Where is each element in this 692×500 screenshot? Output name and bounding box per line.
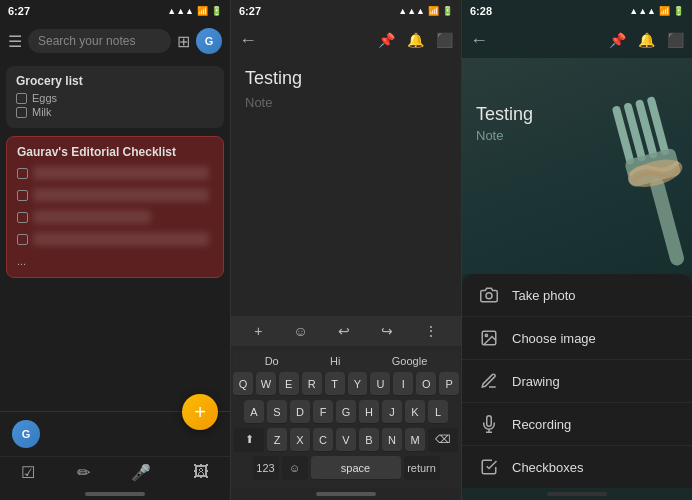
key-d[interactable]: D [290,400,310,424]
option-drawing[interactable]: Drawing [462,360,692,403]
fork-illustration [577,67,692,274]
key-m[interactable]: M [405,428,425,452]
key-e[interactable]: E [279,372,299,396]
key-s[interactable]: S [267,400,287,424]
key-r[interactable]: R [302,372,322,396]
suggestion-do[interactable]: Do [259,353,285,369]
option-checkboxes[interactable]: Checkboxes [462,446,692,488]
option-take-photo[interactable]: Take photo [462,274,692,317]
signal-icon-3: ▲▲▲ [629,6,656,16]
note-item-2 [17,185,213,205]
kb-undo-icon[interactable]: ↩ [338,323,350,339]
note-card-editorial[interactable]: Gaurav's Editorial Checklist ... [6,136,224,278]
backspace-key[interactable]: ⌫ [428,428,458,452]
key-n[interactable]: N [382,428,402,452]
take-photo-label: Take photo [512,288,576,303]
image-icon[interactable]: 🖼 [193,463,209,482]
key-l[interactable]: L [428,400,448,424]
suggestion-hi[interactable]: Hi [324,353,346,369]
key-f[interactable]: F [313,400,333,424]
key-i[interactable]: I [393,372,413,396]
note-item-4 [17,229,213,249]
key-k[interactable]: K [405,400,425,424]
key-123[interactable]: 123 [253,456,279,480]
grid-icon[interactable]: ⊞ [177,32,190,51]
note-item-1 [17,163,213,183]
note-editor-placeholder: Note [245,95,447,110]
kb-more-icon[interactable]: ⋮ [424,323,438,339]
key-j[interactable]: J [382,400,402,424]
battery-icon-3: 🔋 [673,6,684,16]
key-q[interactable]: Q [233,372,253,396]
notes-list-panel: 6:27 ▲▲▲ 📶 🔋 ☰ Search your notes ⊞ G Gro… [0,0,231,500]
key-o[interactable]: O [416,372,436,396]
back-button[interactable]: ← [239,30,257,51]
kb-emoji-icon[interactable]: ☺ [293,323,307,339]
menu-icon[interactable]: ☰ [8,32,22,51]
search-input-wrap[interactable]: Search your notes [28,29,171,53]
p3-bell-icon[interactable]: 🔔 [638,32,655,48]
key-x[interactable]: X [290,428,310,452]
archive-icon[interactable]: ⬛ [436,32,453,48]
key-c[interactable]: C [313,428,333,452]
blurred-text-4 [33,232,209,246]
mic-icon[interactable]: 🎤 [131,463,151,482]
p3-editor-header: ← 📌 🔔 ⬛ [462,22,692,58]
avatar[interactable]: G [196,28,222,54]
bell-icon[interactable]: 🔔 [407,32,424,48]
key-z[interactable]: Z [267,428,287,452]
panel1-bottom: G + [0,411,230,456]
checkbox-4 [17,234,28,245]
key-h[interactable]: H [359,400,379,424]
fab-button[interactable]: + [182,394,218,430]
editor-header: ← 📌 🔔 ⬛ [231,22,461,58]
p3-back-button[interactable]: ← [470,30,488,51]
home-indicator-3 [547,492,607,496]
note-editor-title: Testing [245,68,447,89]
checkboxes-icon [478,456,500,478]
option-recording[interactable]: Recording [462,403,692,446]
p3-archive-icon[interactable]: ⬛ [667,32,684,48]
shift-key[interactable]: ⬆ [234,428,264,452]
key-space[interactable]: space [311,456,401,480]
home-indicator-2 [316,492,376,496]
battery-icon: 🔋 [211,6,222,16]
note-title-grocery: Grocery list [16,74,214,88]
key-a[interactable]: A [244,400,264,424]
header-icons: 📌 🔔 ⬛ [378,32,453,48]
key-t[interactable]: T [325,372,345,396]
p3-pin-icon[interactable]: 📌 [609,32,626,48]
recording-label: Recording [512,417,571,432]
notes-list: Grocery list Eggs Milk Gaurav's Editoria… [0,60,230,411]
key-emoji[interactable]: ☺ [282,456,308,480]
wifi-icon-3: 📶 [659,6,670,16]
note-card-grocery[interactable]: Grocery list Eggs Milk [6,66,224,128]
note-text-milk: Milk [32,106,52,118]
kb-redo-icon[interactable]: ↪ [381,323,393,339]
key-v[interactable]: V [336,428,356,452]
kb-add-icon[interactable]: + [254,323,262,339]
pencil-icon[interactable]: ✏ [77,463,90,482]
drawing-icon [478,370,500,392]
key-return[interactable]: return [404,456,440,480]
checkboxes-label: Checkboxes [512,460,584,475]
wifi-icon-2: 📶 [428,6,439,16]
key-u[interactable]: U [370,372,390,396]
key-g[interactable]: G [336,400,356,424]
choose-image-label: Choose image [512,331,596,346]
p3-note-placeholder: Note [476,128,503,143]
key-y[interactable]: Y [348,372,368,396]
status-bar-3: 6:28 ▲▲▲ 📶 🔋 [462,0,692,22]
key-p[interactable]: P [439,372,459,396]
note-editor-panel: 6:27 ▲▲▲ 📶 🔋 ← 📌 🔔 ⬛ Testing Note + ☺ ↩ … [231,0,462,500]
key-b[interactable]: B [359,428,379,452]
pin-icon[interactable]: 📌 [378,32,395,48]
checkbox-icon[interactable]: ☑ [21,463,35,482]
key-w[interactable]: W [256,372,276,396]
suggestion-google[interactable]: Google [386,353,433,369]
bottom-avatar[interactable]: G [12,420,40,448]
option-choose-image[interactable]: Choose image [462,317,692,360]
note-editor-area[interactable]: Testing Note [231,58,461,316]
note-item-eggs: Eggs [16,92,214,104]
checkbox-2 [17,190,28,201]
